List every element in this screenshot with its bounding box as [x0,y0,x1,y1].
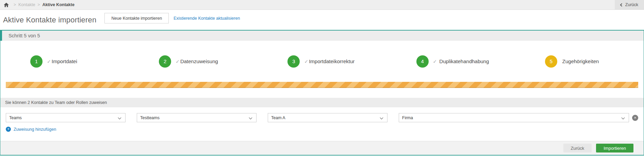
page-title: Aktive Kontakte importieren [3,16,96,24]
select-firma[interactable]: Firma [399,113,629,122]
step-zugehoerigkeiten[interactable]: 5 Zugehörigkeiten [515,55,644,68]
tab-bar: Neue Kontakte importieren Existierende K… [104,13,245,23]
select-value: Firma [402,115,413,120]
step-number-badge: 4 [416,55,429,68]
tab-existierende-kontakte-aktualisieren[interactable]: Existierende Kontakte aktualisieren [169,13,245,23]
step-label: Importdatei [52,58,77,64]
tab-neue-kontakte-importieren[interactable]: Neue Kontakte importieren [104,13,169,23]
step-label: Zugehörigkeiten [562,58,599,64]
breadcrumb-item-kontakte[interactable]: Kontakte [18,2,35,7]
wizard-steps: 1 ✓ Importdatei 2 ✓ Datenzuweisung 3 ✓ I… [0,41,644,82]
breadcrumb-bar: > Kontakte > Aktive Kontakte Zurück [0,0,644,10]
chevron-down-icon [622,116,625,120]
select-value: Team A [271,115,285,120]
plus-icon[interactable]: + [6,127,11,132]
assignment-info-text: Sie können 2 Kontakte zu Team oder Rolle… [5,100,107,105]
check-icon: ✓ [176,59,180,64]
check-icon: ✓ [47,59,51,64]
chevron-down-icon [380,116,383,120]
add-assignment-link[interactable]: Zuweisung hinzufügen [14,127,56,132]
assignment-selects-row: Teams Testteams Team A Firma ✕ [0,107,644,122]
step-label: Datenzuweisung [180,58,218,64]
home-icon[interactable] [4,3,9,7]
step-importdatei[interactable]: 1 ✓ Importdatei [0,55,129,68]
step-number-badge: 1 [30,55,43,68]
select-value: Teams [9,115,22,120]
back-button-top-label: Zurück [625,2,638,7]
chevron-left-icon [620,3,623,6]
select-teams[interactable]: Teams [6,113,126,122]
step-number-badge: 5 [545,55,557,68]
check-icon: ✓ [433,59,437,64]
step-datenzuweisung[interactable]: 2 ✓ Datenzuweisung [129,55,258,68]
step-label: Importdateikorrektur [309,58,354,64]
wizard-footer: Zurück Importieren [0,141,644,155]
back-button[interactable]: Zurück [563,144,592,152]
select-team-a[interactable]: Team A [268,113,387,122]
plus-glyph: + [7,127,10,131]
select-value: Testteams [140,115,160,120]
select-testteams[interactable]: Testteams [137,113,257,122]
step-number-badge: 2 [159,55,171,68]
step-label: Duplikatehandhabung [439,58,489,64]
step-header-label: Schritt 5 von 5 [9,33,40,38]
close-icon: ✕ [634,116,637,120]
check-icon: ✓ [304,59,308,64]
step-importdateikorrektur[interactable]: 3 ✓ Importdateikorrektur [258,55,386,68]
remove-assignment-button[interactable]: ✕ [632,115,638,121]
tab-label: Existierende Kontakte aktualisieren [174,16,240,21]
import-button[interactable]: Importieren [596,144,633,152]
chevron-down-icon [249,116,252,120]
step-duplikatehandhabung[interactable]: 4 ✓ Duplikatehandhabung [386,55,515,68]
step-header: Schritt 5 von 5 [0,31,644,41]
spacer [0,132,644,141]
chevron-down-icon [118,116,121,120]
spacer [0,88,644,98]
assignment-info-strip: Sie können 2 Kontakte zu Team oder Rolle… [0,98,644,107]
tab-label: Neue Kontakte importieren [111,16,162,21]
back-button-top[interactable]: Zurück [615,0,644,10]
progress-bar [6,82,638,88]
import-wizard-panel: Schritt 5 von 5 1 ✓ Importdatei 2 ✓ Date… [0,30,644,156]
add-assignment-row: + Zuweisung hinzufügen [0,122,644,132]
page-head: Aktive Kontakte importieren Neue Kontakt… [0,10,644,30]
breadcrumb-separator: > [14,2,16,7]
step-number-badge: 3 [287,55,300,68]
breadcrumb-separator: > [37,2,40,7]
breadcrumb-item-aktive-kontakte: Aktive Kontakte [42,2,74,7]
